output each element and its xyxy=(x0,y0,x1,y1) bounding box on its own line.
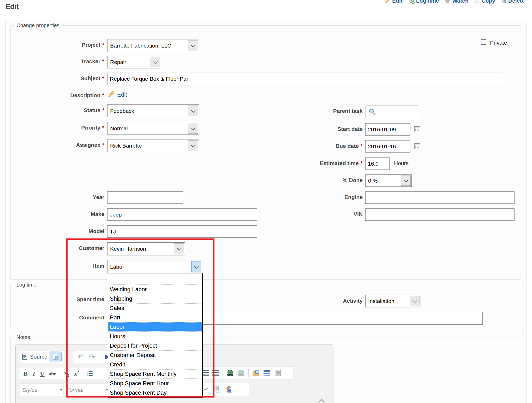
notes-legend: Notes xyxy=(14,334,32,340)
chevron-down-icon xyxy=(150,57,160,67)
subscript-button[interactable]: x2 xyxy=(62,369,71,378)
justify-block-button[interactable] xyxy=(211,368,220,378)
customer-select[interactable]: Kevin Harrison xyxy=(107,242,185,255)
toolbar-separator xyxy=(248,369,249,377)
italic-button[interactable]: I xyxy=(31,369,37,378)
source-button[interactable]: Source xyxy=(22,352,47,362)
styles-dropdown[interactable]: Styles ▾ xyxy=(20,383,65,396)
vin-label: VIN xyxy=(284,211,363,217)
chevron-down-icon xyxy=(191,261,201,272)
chevron-down-icon: ▾ xyxy=(60,388,62,392)
undo-button[interactable]: ↶ xyxy=(76,352,85,362)
item-label: Item xyxy=(26,263,104,269)
dropdown-option[interactable]: Deposit for Project xyxy=(108,341,202,350)
styles-label: Styles xyxy=(22,387,37,393)
year-input[interactable] xyxy=(107,191,183,204)
format-dropdown[interactable]: Format ▾ xyxy=(63,383,111,396)
chevron-down-icon xyxy=(188,123,198,134)
unlink-icon xyxy=(237,370,245,376)
copy-link[interactable]: Copy xyxy=(474,0,495,4)
redo-button[interactable]: ↷ xyxy=(87,352,97,362)
dropdown-option[interactable]: Part xyxy=(108,313,202,322)
horizontal-rule-button[interactable] xyxy=(273,368,283,378)
copy-icon xyxy=(214,386,221,393)
calendar-icon[interactable] xyxy=(414,126,421,132)
engine-input[interactable] xyxy=(365,191,515,204)
dropdown-option[interactable]: Shop Space Rent Monthly xyxy=(108,369,202,378)
priority-select[interactable]: Normal xyxy=(107,122,199,135)
subscript-icon: x2 xyxy=(64,370,69,378)
paste-button[interactable] xyxy=(225,384,234,394)
superscript-button[interactable]: x2 xyxy=(72,369,81,378)
unlink-button[interactable] xyxy=(236,368,246,378)
delete-link[interactable]: Delete xyxy=(501,0,525,4)
link-button[interactable] xyxy=(225,368,235,378)
dropdown-option[interactable] xyxy=(108,273,202,284)
tracker-select[interactable]: Repair xyxy=(107,56,161,68)
copy-button[interactable] xyxy=(213,384,222,394)
superscript-icon: x2 xyxy=(74,370,79,377)
dropdown-option[interactable]: Welding Labor xyxy=(108,284,202,294)
contextual-toolbar: Edit Log time Watch Copy Delete xyxy=(385,0,525,4)
image-button[interactable] xyxy=(251,368,261,378)
table-button[interactable] xyxy=(262,368,272,378)
dropdown-option[interactable]: Sales xyxy=(108,303,202,313)
item-select[interactable]: Labor xyxy=(107,260,202,273)
strikethrough-icon: abe xyxy=(49,371,56,376)
dropdown-option[interactable]: Hours xyxy=(108,331,202,341)
horizontal-rule-icon xyxy=(274,370,282,376)
calendar-icon[interactable] xyxy=(414,143,421,149)
bold-button[interactable]: B xyxy=(22,369,29,378)
trash-icon xyxy=(501,0,507,4)
image-icon xyxy=(252,370,260,376)
hours-suffix: Hours xyxy=(394,160,409,166)
private-label: Private xyxy=(490,40,507,46)
activity-select[interactable]: Installation xyxy=(365,295,421,307)
dropdown-option[interactable]: Customer Deposit xyxy=(108,350,202,360)
underline-button[interactable]: U xyxy=(38,369,46,378)
make-input[interactable] xyxy=(107,208,257,221)
source-label: Source xyxy=(30,354,47,360)
chevron-down-icon xyxy=(410,296,420,306)
private-checkbox[interactable] xyxy=(481,39,486,45)
redo-icon: ↷ xyxy=(89,353,95,361)
dropdown-option[interactable]: Labor xyxy=(108,322,202,331)
vin-input[interactable] xyxy=(365,208,515,221)
make-label: Make xyxy=(26,211,104,217)
log-time-link[interactable]: Log time xyxy=(408,0,439,4)
model-input[interactable] xyxy=(107,225,257,238)
undo-icon: ↶ xyxy=(77,353,83,361)
toolbar-separator xyxy=(83,370,83,377)
dropdown-option[interactable]: Shop Space Rent Day xyxy=(108,388,202,397)
paste-icon xyxy=(226,386,233,393)
description-label: Description* xyxy=(26,92,104,98)
dropdown-option[interactable]: Credit xyxy=(108,360,202,369)
chevron-down-icon xyxy=(188,40,198,51)
assignee-select[interactable]: Rick Barrette xyxy=(107,139,199,152)
subject-input[interactable] xyxy=(107,73,502,85)
model-label: Model xyxy=(26,228,104,234)
status-select[interactable]: Feedback xyxy=(107,104,199,117)
dropdown-option[interactable]: Shipping xyxy=(108,294,202,303)
edit-link[interactable]: Edit xyxy=(385,0,403,4)
due-date-label: Due date* xyxy=(284,143,363,149)
copy-icon xyxy=(474,0,480,4)
chevron-down-icon xyxy=(188,106,198,116)
project-select[interactable]: Barrette Fabrication, LLC xyxy=(107,39,199,52)
watch-link[interactable]: Watch xyxy=(445,0,468,4)
numbered-list-button[interactable]: 123 xyxy=(85,369,94,378)
dropdown-option[interactable]: Shop Space Rent Hour xyxy=(108,378,202,388)
description-edit-link[interactable]: Edit xyxy=(117,91,127,98)
strikethrough-button[interactable]: abe xyxy=(47,369,58,378)
chevron-down-icon xyxy=(401,176,411,186)
pencil-icon xyxy=(108,91,115,98)
svg-text:3: 3 xyxy=(87,375,88,377)
due-date-input[interactable] xyxy=(365,140,410,153)
preview-button[interactable] xyxy=(50,352,62,362)
estimated-time-input[interactable] xyxy=(365,157,390,170)
comment-label: Comment xyxy=(26,314,104,321)
start-date-input[interactable] xyxy=(365,123,410,136)
item-dropdown-list: Welding LaborShippingSalesPartLaborHours… xyxy=(108,273,203,398)
spent-time-label: Spent time xyxy=(26,296,104,302)
percent-done-select[interactable]: 0 % xyxy=(365,174,412,187)
